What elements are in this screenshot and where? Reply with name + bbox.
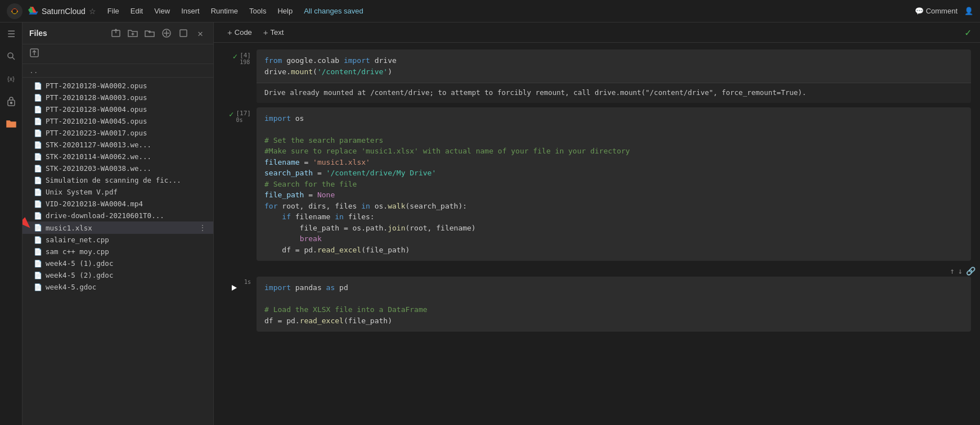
file-item[interactable]: 📄 STK-20201127-WA0013.we... [23, 139, 213, 151]
cell-1-time: 198 [240, 59, 251, 65]
nav-up[interactable]: .. [29, 66, 38, 75]
cell-3-time: 1s [244, 279, 251, 285]
menu-insert[interactable]: Insert [177, 4, 204, 17]
svg-point-1 [12, 9, 17, 13]
file-icon: 📄 [34, 212, 42, 220]
file-icon: 📄 [34, 153, 42, 161]
sidebar-icon-files[interactable] [5, 117, 18, 130]
file-item[interactable]: 📄 STK-20210114-WA0062.we... [23, 151, 213, 162]
cell-2-code[interactable]: import os # Set the search parameters #M… [257, 107, 971, 261]
menu-tools[interactable]: Tools [245, 4, 271, 17]
cell-2-check-icon: ✓ [229, 110, 233, 119]
file-item[interactable]: 📄 STK-20210203-WA0038.we... [23, 162, 213, 174]
cell-2-number: [17] [236, 110, 251, 117]
scroll-up-button[interactable]: ↑ [950, 266, 954, 275]
gdrive-icon [28, 7, 38, 16]
file-item[interactable]: 📄 week4-5 (2).gdoc [23, 269, 213, 281]
scroll-link-button[interactable]: 🔗 [966, 266, 975, 275]
all-saved-check-icon: ✓ [965, 26, 971, 38]
menu-runtime[interactable]: Runtime [206, 4, 242, 17]
file-name: Simulation de scanning de fic... [46, 176, 206, 184]
file-name: STK-20210114-WA0062.we... [46, 152, 206, 161]
cell-3-body[interactable]: import pandas as pd # Load the XLSX file… [257, 277, 971, 332]
file-item[interactable]: 📄 Simulation de scanning de fic... [23, 174, 213, 186]
menu-bar: SaturnCloud ☆ File Edit View Insert Runt… [0, 0, 980, 22]
account-icon: 👤 [964, 7, 973, 15]
cell-2-gutter: ✓ [17] 0s [223, 107, 257, 261]
cell-1-body[interactable]: from google.colab import drive drive.mou… [257, 49, 971, 103]
menu-help[interactable]: Help [273, 4, 297, 17]
upload-btn[interactable] [29, 48, 39, 60]
plus-icon: + [227, 28, 232, 37]
file-name: sam c++ moy.cpp [46, 247, 206, 256]
cell-2-body[interactable]: import os # Set the search parameters #M… [257, 107, 971, 261]
file-name: PTT-20210128-WA0002.opus [46, 82, 206, 90]
file-name: VID-20210218-WA0004.mp4 [46, 200, 206, 208]
menu-edit[interactable]: Edit [126, 4, 147, 17]
menu-file[interactable]: File [103, 4, 124, 17]
cell-3-play-button[interactable] [226, 280, 242, 296]
menu-bar-right: 💬 Comment 👤 [915, 7, 973, 15]
cell-3-code[interactable]: import pandas as pd # Load the XLSX file… [257, 277, 971, 332]
sidebar-icon-secrets[interactable] [5, 94, 18, 108]
file-icon: 📄 [34, 272, 42, 279]
cell-3: 1s import pandas as pd # Load the XLSX f… [214, 277, 980, 332]
file-icon: 📄 [34, 200, 42, 208]
upload-file-button[interactable] [110, 27, 122, 39]
file-name: PTT-20210210-WA0045.opus [46, 117, 206, 125]
file-item[interactable]: 📄 PTT-20210223-WA0017.opus [23, 127, 213, 139]
cell-2: ✓ [17] 0s import os # Set the search par… [214, 107, 980, 261]
add-text-label: Text [271, 28, 284, 37]
sidebar-icons: ☰ {x} [0, 22, 23, 425]
file-list: 📄 PTT-20210128-WA0002.opus 📄 PTT-2021012… [23, 78, 213, 425]
account-button[interactable]: 👤 [964, 7, 973, 15]
file-icon: 📄 [34, 236, 42, 244]
sidebar-icon-variables[interactable]: {x} [5, 72, 18, 85]
upload-folder-button[interactable] [143, 27, 156, 39]
file-item[interactable]: 📄 VID-20210218-WA0004.mp4 [23, 198, 213, 210]
file-context-menu-button[interactable]: ⋮ [199, 223, 206, 232]
file-item[interactable]: 📄 Unix System V.pdf [23, 186, 213, 198]
file-item[interactable]: 📄 week4-5 (1).gdoc [23, 257, 213, 269]
svg-point-2 [8, 53, 13, 58]
file-name-active: music1.xlsx [46, 224, 195, 232]
file-icon: 📄 [34, 117, 42, 125]
file-icon: 📄 [34, 283, 42, 291]
file-item[interactable]: 📄 sam c++ moy.cpp [23, 246, 213, 257]
add-code-button[interactable]: + Code [223, 26, 257, 39]
close-panel-button[interactable]: ✕ [194, 27, 206, 39]
scroll-down-button[interactable]: ↓ [958, 266, 963, 275]
comment-button[interactable]: 💬 Comment [915, 7, 957, 15]
file-icon: 📄 [34, 260, 42, 268]
file-item[interactable]: 📄 PTT-20210210-WA0045.opus [23, 115, 213, 127]
new-folder-button[interactable] [127, 27, 139, 39]
file-toolbar [23, 44, 213, 64]
menu-view[interactable]: View [150, 4, 174, 17]
logo-icon [7, 3, 23, 19]
sidebar-icon-menu[interactable]: ☰ [5, 27, 18, 40]
file-icon: 📄 [34, 188, 42, 196]
file-item[interactable]: 📄 week4-5.gdoc [23, 281, 213, 293]
file-item[interactable]: 📄 drive-download-20210601T0... [23, 210, 213, 221]
file-icon: 📄 [34, 94, 42, 102]
file-item[interactable]: 📄 salaire_net.cpp [23, 234, 213, 246]
cell-1-output: Drive already mounted at /content/drive;… [257, 83, 971, 103]
expand-panel-button[interactable] [177, 27, 190, 39]
add-code-label: Code [235, 28, 252, 37]
sidebar-icon-search[interactable] [5, 49, 18, 63]
file-item[interactable]: 📄 PTT-20210128-WA0002.opus [23, 80, 213, 92]
file-nav[interactable]: .. [23, 64, 213, 78]
file-panel-actions: ✕ [110, 27, 206, 39]
file-panel-header: Files [23, 22, 213, 44]
add-text-button[interactable]: + Text [259, 26, 289, 39]
svg-point-5 [10, 102, 12, 104]
cell-1-status: ✓ [4] 198 [233, 49, 251, 65]
star-icon[interactable]: ☆ [89, 7, 96, 16]
file-item[interactable]: 📄 PTT-20210128-WA0003.opus [23, 92, 213, 103]
file-item[interactable]: 📄 PTT-20210128-WA0004.opus [23, 103, 213, 115]
file-name: PTT-20210223-WA0017.opus [46, 129, 206, 137]
file-item-active[interactable]: 📄 music1.xlsx ⋮ [23, 221, 213, 234]
cell-1-code[interactable]: from google.colab import drive drive.mou… [257, 49, 971, 83]
mount-drive-button[interactable] [160, 27, 173, 39]
file-panel: Files [23, 22, 214, 425]
